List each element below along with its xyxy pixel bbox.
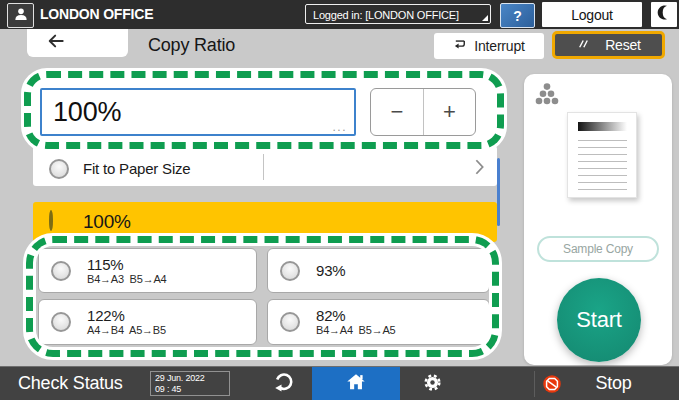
ratio-value-field[interactable]: 100% ... <box>40 88 356 136</box>
stop-button[interactable]: Stop <box>536 367 679 400</box>
time-label: 09 : 45 <box>155 384 229 395</box>
datetime-display: 29 Jun. 2022 09 : 45 <box>150 371 230 396</box>
ellipsis-icon: ... <box>332 120 347 134</box>
undo-icon <box>272 370 296 398</box>
check-status-button[interactable]: Check Status <box>18 367 123 400</box>
increase-button[interactable]: + <box>424 89 476 135</box>
undo-button[interactable] <box>262 369 306 399</box>
fit-to-paper-label: Fit to Paper Size <box>83 146 190 186</box>
top-bar: LONDON OFFICE Logged in: [LONDON OFFICE]… <box>0 0 679 29</box>
logged-in-label: Logged in: [LONDON OFFICE] <box>313 9 459 21</box>
home-button[interactable] <box>312 367 400 400</box>
preview-gradient-bar <box>578 122 627 131</box>
radio-icon[interactable] <box>51 312 71 332</box>
user-button[interactable] <box>7 3 34 28</box>
fit-to-paper-row[interactable]: Fit to Paper Size <box>33 146 497 186</box>
radio-icon[interactable] <box>51 261 71 281</box>
reset-icon <box>576 37 591 54</box>
logout-label: Logout <box>571 7 613 23</box>
user-icon <box>13 6 29 26</box>
dropdown-caret-icon <box>482 15 488 21</box>
preset-detail: A4→B4 A5→B5 <box>87 324 166 337</box>
interrupt-label: Interrupt <box>474 38 524 54</box>
ratio-value: 100% <box>53 90 121 134</box>
preset-122-option[interactable]: 122% A4→B4 A5→B5 <box>38 299 257 345</box>
help-label: ? <box>513 8 521 24</box>
preset-82-option[interactable]: 82% B4→A4 B5→A5 <box>267 299 490 345</box>
selected-ratio-label: 100% <box>83 202 131 242</box>
program-dots-icon <box>535 83 559 109</box>
settings-button[interactable] <box>412 369 452 399</box>
logged-in-dropdown[interactable]: Logged in: [LONDON OFFICE] <box>305 4 491 24</box>
radio-icon[interactable] <box>49 159 69 179</box>
interrupt-icon <box>453 37 468 55</box>
preset-percent: 122% <box>87 307 166 324</box>
header-row: Copy Ratio Interrupt Reset <box>0 29 679 62</box>
chevron-right-icon <box>474 158 485 180</box>
preset-detail: B4→A4 B5→A5 <box>316 324 396 337</box>
divider <box>534 371 535 397</box>
logout-button[interactable]: Logout <box>542 2 642 27</box>
stop-icon <box>542 374 562 394</box>
user-name: LONDON OFFICE <box>40 0 153 29</box>
ratio-100-row-selected[interactable]: 100% <box>33 202 497 242</box>
document-preview-icon <box>567 112 637 198</box>
preset-percent: 82% <box>316 307 396 324</box>
date-label: 29 Jun. 2022 <box>155 373 229 384</box>
bottom-bar: Check Status 29 Jun. 2022 09 : 45 Stop <box>0 366 679 400</box>
copy-action-panel: Sample Copy Start <box>524 74 672 365</box>
preset-115-option[interactable]: 115% B4→A3 B5→A4 <box>38 248 257 293</box>
home-icon <box>345 371 367 397</box>
preset-percent: 93% <box>316 262 345 279</box>
radio-icon[interactable] <box>280 312 300 332</box>
preset-93-option[interactable]: 93% <box>267 248 490 293</box>
settings-icon <box>423 373 442 396</box>
decrease-button[interactable]: − <box>371 89 424 135</box>
list-scrollbar[interactable] <box>497 158 500 226</box>
reset-button[interactable]: Reset <box>552 31 665 59</box>
interrupt-button[interactable]: Interrupt <box>434 33 544 59</box>
energy-saver-icon <box>656 3 673 26</box>
page-title: Copy Ratio <box>148 29 235 62</box>
start-label: Start <box>576 307 621 333</box>
energy-saver-button[interactable] <box>651 2 677 27</box>
copier-touchscreen: LONDON OFFICE Logged in: [LONDON OFFICE]… <box>0 0 679 400</box>
radio-icon[interactable] <box>280 261 300 281</box>
start-button[interactable]: Start <box>557 278 641 362</box>
sample-copy-button[interactable]: Sample Copy <box>537 236 659 262</box>
help-button[interactable]: ? <box>500 3 535 28</box>
radio-selected-icon[interactable] <box>49 210 53 231</box>
stop-label: Stop <box>562 373 665 394</box>
reset-label: Reset <box>605 37 641 53</box>
ratio-stepper: − + <box>370 88 476 136</box>
back-icon <box>44 31 68 55</box>
preset-percent: 115% <box>87 256 167 273</box>
preset-detail: B4→A3 B5→A4 <box>87 273 167 286</box>
sample-copy-label: Sample Copy <box>563 242 633 256</box>
back-button[interactable] <box>27 29 128 57</box>
divider <box>263 154 264 180</box>
